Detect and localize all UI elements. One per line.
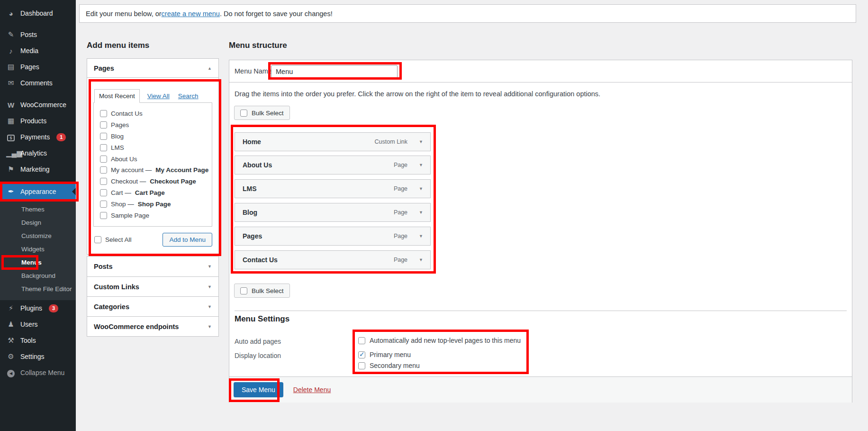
plugins-count-badge: 3 bbox=[49, 304, 58, 312]
sidebar-label: Pages bbox=[20, 63, 39, 71]
sidebar-item-payments[interactable]: $ Payments 1 bbox=[0, 129, 76, 145]
checkbox[interactable] bbox=[100, 110, 107, 117]
sidebar-item-users[interactable]: ♟ Users bbox=[0, 316, 76, 332]
select-all-row: Select All Add to Menu bbox=[93, 233, 212, 247]
page-checkbox-item[interactable]: Pages bbox=[100, 119, 209, 131]
chevron-down-icon[interactable]: ▼ bbox=[419, 186, 423, 191]
menu-item-blog[interactable]: Blog Page ▼ bbox=[235, 203, 431, 222]
page-checkbox-item[interactable]: Contact Us bbox=[100, 108, 209, 119]
checkbox[interactable] bbox=[100, 166, 107, 174]
bulk-select-toggle-top[interactable]: Bulk Select bbox=[234, 106, 290, 120]
display-location-secondary-option[interactable]: Secondary menu bbox=[358, 362, 420, 369]
display-location-primary-option[interactable]: Primary menu bbox=[358, 351, 411, 358]
checkbox[interactable] bbox=[100, 144, 107, 151]
accordion-posts[interactable]: Posts ▼ bbox=[87, 257, 218, 276]
add-menu-items-heading: Add menu items bbox=[87, 41, 149, 50]
page-checkbox-item[interactable]: Blog bbox=[100, 131, 209, 142]
secondary-menu-checkbox[interactable] bbox=[358, 362, 365, 369]
menu-name-input[interactable] bbox=[271, 65, 398, 78]
checkbox[interactable] bbox=[100, 156, 107, 163]
sidebar-item-marketing[interactable]: ⚑ Marketing bbox=[0, 161, 76, 177]
menu-item-pages[interactable]: Pages Page ▼ bbox=[235, 227, 431, 246]
chevron-down-icon[interactable]: ▼ bbox=[419, 139, 423, 144]
submenu-item-background[interactable]: Background bbox=[0, 269, 76, 283]
add-to-menu-button[interactable]: Add to Menu bbox=[163, 233, 212, 247]
page-checkbox-item[interactable]: Checkout — Checkout Page bbox=[100, 176, 209, 187]
page-item-label: Pages bbox=[111, 121, 129, 128]
page-checkbox-item[interactable]: LMS bbox=[100, 142, 209, 153]
sidebar-label: Appearance bbox=[20, 188, 56, 195]
page-checkbox-item[interactable]: Cart — Cart Page bbox=[100, 187, 209, 199]
submenu-item-design[interactable]: Design bbox=[0, 216, 76, 229]
menu-item-label: Home bbox=[243, 138, 375, 146]
tab-search[interactable]: Search bbox=[177, 90, 199, 103]
primary-menu-checkbox[interactable] bbox=[358, 351, 365, 358]
accordion-sections: Posts ▼ Custom Links ▼ Categories ▼ WooC… bbox=[87, 256, 219, 337]
delete-menu-link[interactable]: Delete Menu bbox=[293, 386, 331, 394]
checkbox[interactable] bbox=[100, 201, 107, 208]
pages-accordion-header[interactable]: Pages ▲ bbox=[87, 59, 218, 78]
sidebar-item-comments[interactable]: ✉ Comments bbox=[0, 75, 76, 91]
marketing-icon: ⚑ bbox=[6, 165, 16, 174]
page-checkbox-item[interactable]: My account — My Account Page bbox=[100, 165, 209, 176]
auto-add-checkbox[interactable] bbox=[358, 337, 365, 344]
sidebar-item-collapse-menu[interactable]: ◀ Collapse Menu bbox=[0, 365, 76, 381]
sidebar-label: Analytics bbox=[20, 149, 47, 157]
menu-item-home[interactable]: Home Custom Link ▼ bbox=[235, 132, 431, 151]
chevron-up-icon[interactable]: ▲ bbox=[208, 66, 212, 71]
submenu-item-customize[interactable]: Customize bbox=[0, 229, 76, 243]
bulk-select-checkbox[interactable] bbox=[240, 287, 247, 294]
tab-view-all[interactable]: View All bbox=[146, 90, 171, 103]
submenu-item-widgets[interactable]: Widgets bbox=[0, 243, 76, 256]
chevron-down-icon: ▼ bbox=[208, 324, 212, 329]
accordion-woocommerce-endpoints[interactable]: WooCommerce endpoints ▼ bbox=[87, 316, 218, 336]
auto-add-pages-option[interactable]: Automatically add new top-level pages to… bbox=[358, 337, 521, 344]
bulk-select-checkbox[interactable] bbox=[240, 110, 247, 117]
page-checkbox-item[interactable]: Shop — Shop Page bbox=[100, 198, 209, 210]
bulk-select-toggle-bottom[interactable]: Bulk Select bbox=[234, 284, 290, 298]
checkbox[interactable] bbox=[100, 133, 107, 140]
create-new-menu-link[interactable]: create a new menu bbox=[162, 10, 220, 18]
chevron-down-icon[interactable]: ▼ bbox=[419, 257, 423, 262]
sidebar-item-pages[interactable]: ▤ Pages bbox=[0, 59, 76, 75]
page-checkbox-item[interactable]: About Us bbox=[100, 153, 209, 165]
secondary-menu-label: Secondary menu bbox=[370, 362, 420, 369]
submenu-item-themes[interactable]: Themes bbox=[0, 203, 76, 216]
sidebar-item-media[interactable]: ♪ Media bbox=[0, 43, 76, 59]
menu-name-row: Menu Name bbox=[229, 60, 852, 83]
submenu-item-menus[interactable]: Menus bbox=[0, 256, 76, 269]
menu-item-contact-us[interactable]: Contact Us Page ▼ bbox=[235, 250, 431, 269]
checkbox[interactable] bbox=[100, 212, 107, 219]
sidebar-item-dashboard[interactable]: ◕ Dashboard bbox=[0, 5, 76, 21]
select-all-checkbox[interactable] bbox=[94, 236, 101, 243]
accordion-categories[interactable]: Categories ▼ bbox=[87, 296, 218, 316]
collapse-menu-icon: ◀ bbox=[7, 370, 15, 377]
chevron-down-icon[interactable]: ▼ bbox=[419, 234, 423, 238]
sidebar-label: Marketing bbox=[20, 165, 49, 173]
sidebar-item-plugins[interactable]: ⚡ Plugins 3 bbox=[0, 300, 76, 316]
sidebar-item-analytics[interactable]: ▁▄▆ Analytics bbox=[0, 145, 76, 161]
sidebar-label: Products bbox=[20, 117, 46, 125]
accordion-custom-links[interactable]: Custom Links ▼ bbox=[87, 276, 218, 296]
media-icon: ♪ bbox=[6, 47, 16, 55]
submenu-item-theme-file-editor[interactable]: Theme File Editor bbox=[0, 283, 76, 296]
checkbox[interactable] bbox=[100, 189, 107, 196]
checkbox[interactable] bbox=[100, 178, 107, 185]
sidebar-item-posts[interactable]: ✎ Posts bbox=[0, 27, 76, 43]
menu-structure-box: Menu Name Drag the items into the order … bbox=[229, 60, 852, 403]
chevron-down-icon[interactable]: ▼ bbox=[419, 210, 423, 215]
save-menu-button[interactable]: Save Menu bbox=[234, 382, 283, 397]
sidebar-item-tools[interactable]: ⚒ Tools bbox=[0, 332, 76, 348]
sidebar-item-appearance[interactable]: ✒ Appearance bbox=[0, 183, 76, 200]
sidebar-item-products[interactable]: ▦ Products bbox=[0, 113, 76, 129]
sidebar-item-settings[interactable]: ⚙ Settings bbox=[0, 348, 76, 365]
tab-most-recent[interactable]: Most Recent bbox=[94, 89, 140, 103]
page-checkbox-item[interactable]: Sample Page bbox=[100, 210, 209, 221]
menu-item-lms[interactable]: LMS Page ▼ bbox=[235, 179, 431, 198]
menu-item-about-us[interactable]: About Us Page ▼ bbox=[235, 156, 431, 174]
menu-item-label: Pages bbox=[243, 232, 394, 240]
sidebar-item-woocommerce[interactable]: W WooCommerce bbox=[0, 97, 76, 113]
chevron-down-icon[interactable]: ▼ bbox=[419, 163, 423, 167]
checkbox[interactable] bbox=[100, 121, 107, 128]
menu-item-label: Contact Us bbox=[243, 256, 394, 264]
